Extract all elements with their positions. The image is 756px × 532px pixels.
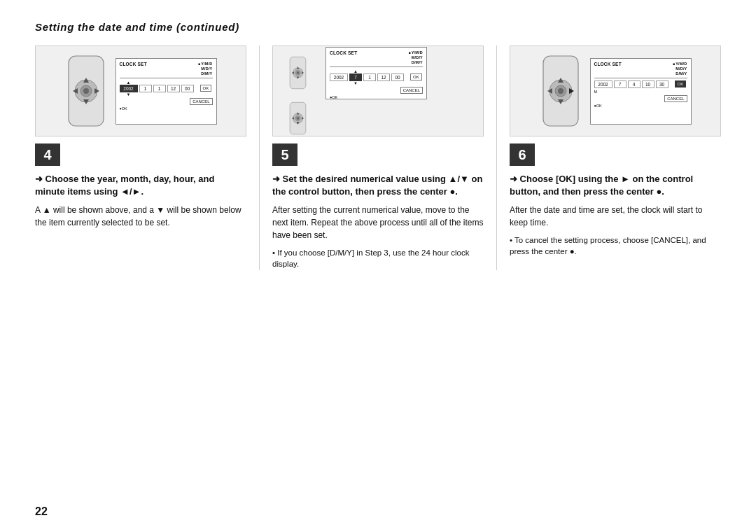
step-body-4: A ▲ will be shown above, and a ▼ will be… bbox=[35, 204, 246, 229]
col-step4: CLOCK SET Y/M/D M/D/Y D/M/Y ▲ 2002 ▼ bbox=[35, 46, 260, 270]
col-step6: CLOCK SET Y/M/D M/D/Y D/M/Y 2002 7 4 10 … bbox=[497, 46, 721, 270]
clock-screen-4: CLOCK SET Y/M/D M/D/Y D/M/Y ▲ 2002 ▼ bbox=[115, 58, 217, 125]
illustration-4: CLOCK SET Y/M/D M/D/Y D/M/Y ▲ 2002 ▼ bbox=[35, 46, 246, 136]
step-heading-5: ➜ Set the desired numerical value using … bbox=[272, 173, 484, 198]
remote-bottom-5 bbox=[279, 101, 317, 136]
page-number: 22 bbox=[35, 505, 48, 518]
step-badge-5: 5 bbox=[272, 144, 298, 166]
col-step5: CLOCK SET Y/M/D M/D/Y D/M/Y 2002 ▲ bbox=[260, 46, 497, 270]
step-heading-4: ➜ Choose the year, month, day, hour, and… bbox=[35, 173, 246, 198]
step-body-6: After the date and time are set, the clo… bbox=[510, 204, 721, 229]
svg-point-23 bbox=[297, 117, 300, 120]
svg-point-15 bbox=[297, 71, 300, 74]
clock-screen-6: CLOCK SET Y/M/D M/D/Y D/M/Y 2002 7 4 10 … bbox=[590, 58, 692, 125]
step-note-6: To cancel the setting process, choose [C… bbox=[510, 234, 721, 257]
columns: CLOCK SET Y/M/D M/D/Y D/M/Y ▲ 2002 ▼ bbox=[35, 46, 721, 270]
step-body-5: After setting the current numerical valu… bbox=[272, 204, 484, 241]
step-badge-4: 4 bbox=[35, 144, 60, 166]
step-badge-6: 6 bbox=[510, 144, 535, 166]
svg-point-7 bbox=[83, 88, 89, 94]
illustration-6: CLOCK SET Y/M/D M/D/Y D/M/Y 2002 7 4 10 … bbox=[510, 46, 721, 136]
remote-top-5 bbox=[279, 55, 317, 90]
remote-dpad-4 bbox=[65, 52, 107, 130]
illustration-5: CLOCK SET Y/M/D M/D/Y D/M/Y 2002 ▲ bbox=[272, 46, 484, 136]
step-note-5: If you choose [D/M/Y] in Step 3, use the… bbox=[272, 247, 484, 270]
remote-dpad-6 bbox=[540, 52, 582, 130]
page-title: Setting the date and time (continued) bbox=[35, 21, 721, 33]
page: Setting the date and time (continued) bbox=[0, 0, 756, 532]
clock-screen-5: CLOCK SET Y/M/D M/D/Y D/M/Y 2002 ▲ bbox=[326, 47, 427, 99]
svg-point-31 bbox=[558, 88, 564, 94]
step-heading-6: ➜ Choose [OK] using the ► on the control… bbox=[510, 173, 721, 198]
